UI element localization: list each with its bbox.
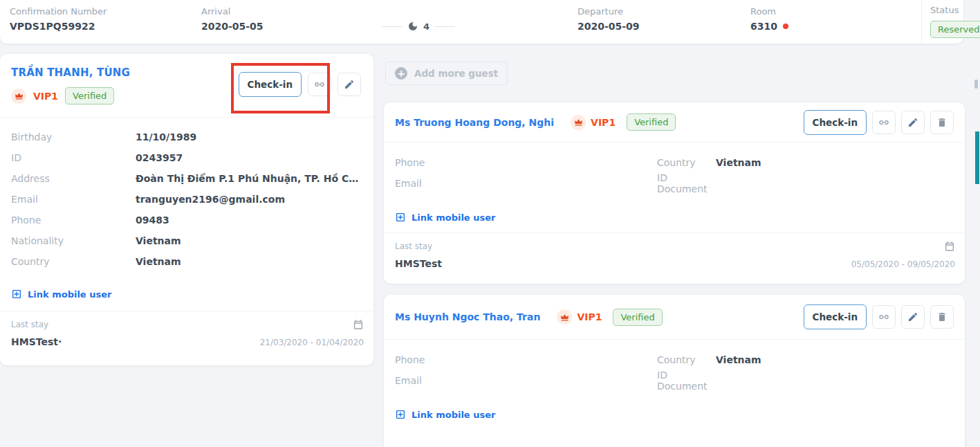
vip-badge: VIP1 bbox=[577, 311, 602, 322]
primary-guest-card: TRẦN THANH, TÙNG VIP1 Verified Check-in bbox=[0, 54, 373, 365]
status-separator bbox=[921, 0, 922, 44]
field-row-address: Address Đoàn Thị Điểm P.1 Phú Nhuận, TP.… bbox=[0, 168, 373, 189]
edge-artifact bbox=[974, 80, 978, 89]
confirmation-number-value: VPDS1PQ59922 bbox=[10, 21, 107, 32]
vip-crown-icon bbox=[557, 309, 572, 325]
verified-badge: Verified bbox=[613, 309, 662, 326]
room-label: Room bbox=[750, 6, 788, 17]
primary-guest-fields: Birthday 11/10/1989 ID 0243957 Address Đ… bbox=[0, 118, 373, 272]
pencil-icon bbox=[907, 311, 918, 322]
room-field: Room 6310 bbox=[750, 6, 788, 32]
nights-line-left bbox=[382, 26, 403, 27]
link-icon bbox=[878, 116, 890, 129]
link-guest-button[interactable] bbox=[872, 111, 896, 134]
status-label: Status bbox=[930, 5, 980, 15]
verified-badge: Verified bbox=[627, 113, 676, 131]
field-row-nationality: Nationality Vietnam bbox=[0, 230, 373, 251]
plus-square-icon bbox=[395, 409, 406, 420]
calendar-icon bbox=[944, 241, 955, 252]
link-guest-button[interactable] bbox=[872, 305, 896, 329]
last-stay-section: Last stay HMSTest 05/05/2020 - 09/05/202… bbox=[384, 233, 965, 269]
country-value: Vietnam bbox=[716, 157, 761, 168]
vip-crown-icon bbox=[571, 115, 586, 130]
link-mobile-user-link[interactable]: Link mobile user bbox=[395, 409, 495, 420]
field-row-phone: Phone 09483 bbox=[0, 210, 373, 230]
checkin-button[interactable]: Check-in bbox=[804, 110, 867, 135]
guest-card: Ms Truong Hoang Dong, Nghi VIP1 Verified… bbox=[384, 102, 965, 284]
edit-guest-button[interactable] bbox=[338, 73, 361, 96]
last-stay-label: Last stay bbox=[395, 241, 432, 251]
departure-value: 2020-05-09 bbox=[577, 21, 640, 32]
reservation-summary-bar: Confirmation Number VPDS1PQ59922 Arrival… bbox=[0, 0, 963, 44]
last-stay-section: Last stay HMSTest· 21/03/2020 - 01/04/20… bbox=[0, 311, 373, 347]
field-row-id-document: ID Document bbox=[657, 173, 954, 194]
edit-guest-button[interactable] bbox=[901, 111, 925, 134]
trash-icon bbox=[936, 311, 947, 322]
arrival-label: Arrival bbox=[201, 6, 264, 17]
link-icon bbox=[878, 311, 890, 323]
delete-guest-button[interactable] bbox=[930, 111, 954, 134]
pencil-icon bbox=[344, 79, 355, 90]
country-value: Vietnam bbox=[716, 354, 761, 365]
field-row-country: Country Vietnam bbox=[657, 152, 954, 173]
arrival-value: 2020-05-05 bbox=[201, 21, 264, 32]
trash-icon bbox=[936, 117, 947, 128]
field-row-country: Country Vietnam bbox=[0, 251, 373, 272]
departure-field: Departure 2020-05-09 bbox=[577, 6, 640, 32]
field-row-email: Email bbox=[395, 370, 657, 391]
plus-square-icon bbox=[395, 212, 406, 223]
status-badge: Reserved bbox=[930, 21, 980, 38]
plus-square-icon bbox=[11, 289, 22, 300]
link-guest-button[interactable] bbox=[308, 73, 331, 96]
room-status-dot bbox=[783, 24, 788, 29]
pencil-icon bbox=[907, 117, 918, 128]
field-row-email: Email tranguyen2196@gmail.com bbox=[0, 189, 373, 210]
last-stay-dates: 21/03/2020 - 01/04/2020 bbox=[260, 338, 364, 347]
status-field: Status Reserved bbox=[930, 5, 980, 38]
nights-indicator: 4 bbox=[382, 21, 455, 32]
last-stay-label: Last stay bbox=[11, 320, 48, 329]
field-row-phone: Phone bbox=[395, 349, 657, 370]
link-mobile-user-link[interactable]: Link mobile user bbox=[11, 289, 111, 300]
vertical-scrollbar-thumb[interactable] bbox=[975, 131, 979, 184]
edit-guest-button[interactable] bbox=[901, 305, 925, 329]
field-row-id-document: ID Document bbox=[657, 370, 954, 391]
field-row-country: Country Vietnam bbox=[657, 349, 954, 370]
moon-icon bbox=[407, 21, 418, 32]
verified-badge: Verified bbox=[65, 87, 114, 104]
field-row-email: Email bbox=[395, 173, 657, 194]
confirmation-number-field: Confirmation Number VPDS1PQ59922 bbox=[10, 6, 107, 32]
confirmation-number-label: Confirmation Number bbox=[10, 6, 107, 17]
link-mobile-user-link[interactable]: Link mobile user bbox=[395, 212, 495, 223]
nights-count: 4 bbox=[423, 21, 429, 32]
add-more-guest-button[interactable]: Add more guest bbox=[385, 62, 508, 85]
nights-line-right bbox=[434, 26, 455, 27]
guest-name: Ms Huynh Ngoc Thao, Tran bbox=[395, 311, 540, 322]
calendar-icon bbox=[353, 319, 364, 330]
field-row-birthday: Birthday 11/10/1989 bbox=[0, 127, 373, 147]
link-icon bbox=[313, 78, 326, 91]
last-stay-dates: 05/05/2020 - 09/05/2020 bbox=[851, 259, 955, 269]
reservation-detail-screen: Confirmation Number VPDS1PQ59922 Arrival… bbox=[0, 0, 980, 447]
guest-name: Ms Truong Hoang Dong, Nghi bbox=[395, 117, 554, 128]
field-row-phone: Phone bbox=[395, 152, 657, 173]
last-stay-property: HMSTest· bbox=[11, 336, 62, 347]
guest-card: Ms Huynh Ngoc Thao, Tran VIP1 Verified C… bbox=[384, 295, 965, 447]
checkin-button[interactable]: Check-in bbox=[804, 304, 867, 329]
last-stay-property: HMSTest bbox=[395, 258, 442, 269]
departure-label: Departure bbox=[577, 6, 640, 17]
checkin-button[interactable]: Check-in bbox=[239, 72, 302, 97]
plus-circle-icon bbox=[395, 67, 407, 80]
arrival-field: Arrival 2020-05-05 bbox=[201, 6, 264, 32]
delete-guest-button[interactable] bbox=[930, 305, 954, 329]
field-row-id: ID 0243957 bbox=[0, 147, 373, 168]
vip-badge: VIP1 bbox=[33, 91, 58, 102]
vip-badge: VIP1 bbox=[591, 117, 616, 128]
room-number: 6310 bbox=[750, 21, 777, 32]
vip-crown-icon bbox=[11, 89, 26, 104]
